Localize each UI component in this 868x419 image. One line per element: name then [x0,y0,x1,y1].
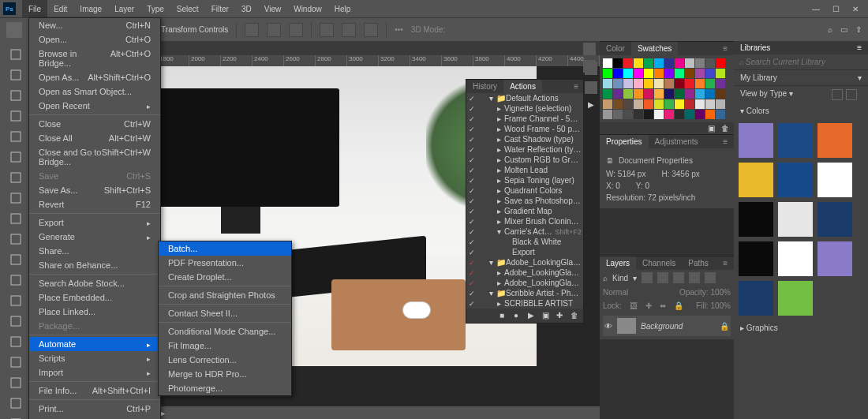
type-tool-icon[interactable] [5,373,27,392]
action-row[interactable]: ✓▸Save as Photoshop PDF [466,196,583,206]
view-by-type[interactable]: View by Type [734,85,868,103]
align-icon[interactable] [289,23,303,37]
colors-section[interactable]: Colors [734,103,868,118]
action-row[interactable]: ✓▸Cast Shadow (type) [466,134,583,144]
action-row[interactable]: ✓▾Carrie's ActionShift+F2 [466,226,583,237]
action-row[interactable]: ✓▸Wood Frame - 50 pixel [466,124,583,134]
workspace-icon[interactable]: ▭ [840,25,847,34]
swatch[interactable] [634,89,643,99]
library-color-swatch[interactable] [817,241,852,276]
swatch[interactable] [613,58,623,68]
menuitem-open-recent[interactable]: Open Recent [29,99,160,113]
swatch[interactable] [654,99,664,109]
swatch[interactable] [603,58,612,68]
menu-file[interactable]: File [22,0,47,17]
submenuitem-merge-to-hdr-pro-[interactable]: Merge to HDR Pro... [159,367,291,381]
swatch[interactable] [634,58,643,68]
swatch[interactable] [716,110,725,119]
swatch[interactable] [664,99,674,109]
swatch[interactable] [644,110,653,119]
menuitem-open-[interactable]: Open...Ctrl+O [29,32,160,47]
menuitem-save-as-[interactable]: Save As...Shift+Ctrl+S [29,183,160,197]
menuitem-search-adobe-stock-[interactable]: Search Adobe Stock... [29,276,160,290]
swatch[interactable] [603,99,612,109]
record-icon[interactable]: ● [514,311,523,320]
panel-icon[interactable] [583,43,596,55]
swatch[interactable] [603,89,612,99]
swatch[interactable] [705,89,715,99]
action-row[interactable]: ✓Export [466,247,583,257]
swatch[interactable] [603,110,612,119]
menuitem-close-and-go-to-bridge-[interactable]: Close and Go to Bridge...Shift+Ctrl+W [29,145,160,169]
menu-edit[interactable]: Edit [47,0,73,17]
brush-tool-icon[interactable] [5,209,27,228]
library-color-swatch[interactable] [739,281,773,316]
action-row[interactable]: ✓▸Molten Lead [466,165,583,175]
menu-layer[interactable]: Layer [108,0,140,17]
new-swatch-icon[interactable]: ▣ [708,124,715,133]
menuitem-revert[interactable]: RevertF12 [29,197,160,211]
pen-tool-icon[interactable] [5,353,27,372]
swatch[interactable] [634,99,643,109]
tab-swatches[interactable]: Swatches [631,42,678,55]
heal-tool-icon[interactable] [5,189,27,208]
menuitem-place-embedded-[interactable]: Place Embedded... [29,290,160,305]
marquee-tool-icon[interactable] [5,65,27,84]
tab-paths[interactable]: Paths [682,256,715,270]
swatch[interactable] [695,99,705,109]
panel-icon[interactable] [583,60,596,73]
tab-actions[interactable]: Actions [503,80,542,93]
action-row[interactable]: ✓▾📁Adobe_LookingGlass_Acti... [466,257,583,267]
tab-history[interactable]: History [466,80,503,93]
home-icon[interactable] [6,22,22,38]
swatch[interactable] [685,69,694,78]
move-tool-icon[interactable] [5,45,27,64]
path-tool-icon[interactable] [5,394,27,413]
menuitem-open-as-[interactable]: Open As...Alt+Shift+Ctrl+O [29,70,160,84]
action-row[interactable]: ✓▸Vignette (selection) [466,103,583,114]
swatch[interactable] [613,89,623,99]
swatch[interactable] [603,69,612,78]
filter-smart-icon[interactable] [705,272,716,283]
trash-icon[interactable]: 🗑 [571,311,580,320]
swatch[interactable] [664,79,674,88]
library-color-swatch[interactable] [817,123,852,158]
share-icon[interactable]: ⇪ [855,25,862,34]
menuitem-package-[interactable]: Package... [29,319,160,333]
tab-properties[interactable]: Properties [600,135,649,148]
menuitem-close[interactable]: CloseCtrl+W [29,117,160,131]
dodge-tool-icon[interactable] [5,332,27,351]
lock-icon[interactable]: ✚ [645,301,652,310]
swatch[interactable] [695,58,705,68]
lock-icon[interactable]: 🔒 [674,301,683,310]
search-icon[interactable]: ⌕ [828,25,832,34]
swatch[interactable] [613,99,623,109]
swatch[interactable] [644,99,653,109]
swatch[interactable] [654,110,664,119]
panel-menu-icon[interactable]: ≡ [716,135,734,148]
swatch[interactable] [623,110,633,119]
panel-menu-icon[interactable]: ≡ [569,80,583,93]
wand-tool-icon[interactable] [5,107,27,125]
swatch[interactable] [705,110,715,119]
menuitem-import[interactable]: Import [29,365,160,380]
swatch[interactable] [634,79,643,88]
swatch[interactable] [675,110,684,119]
menu-select[interactable]: Select [170,0,205,17]
swatch[interactable] [644,58,653,68]
crop-tool-icon[interactable] [5,127,27,146]
distribute-icon[interactable] [320,23,334,37]
swatch[interactable] [603,79,612,88]
swatch[interactable] [644,89,653,99]
swatch[interactable] [613,110,623,119]
submenuitem-conditional-mode-change-[interactable]: Conditional Mode Change... [159,324,291,339]
library-color-swatch[interactable] [739,163,773,197]
menuitem-share-on-behance-[interactable]: Share on Behance... [29,258,160,272]
library-selector[interactable]: My Library [734,69,868,85]
eyedrop-tool-icon[interactable] [5,168,27,187]
filter-type-icon[interactable] [673,272,684,283]
tab-color[interactable]: Color [600,42,631,55]
blur-tool-icon[interactable] [5,312,27,331]
swatch[interactable] [623,69,633,78]
swatch[interactable] [654,69,664,78]
